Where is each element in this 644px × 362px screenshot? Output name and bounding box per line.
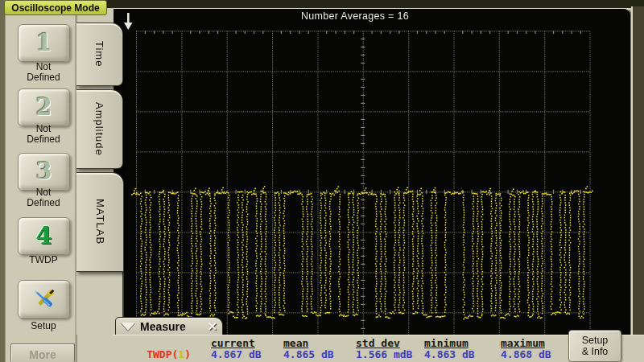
value-mean: 4.865 dB [283,348,334,360]
collapse-chevron-icon[interactable] [121,323,135,331]
function-1-number: 1 [35,31,52,55]
tab-amplitude-label: Amplitude [93,102,105,156]
setup-info-line2: & Info [582,346,609,357]
setup-info-line1: Setup [582,335,609,346]
left-bezel [0,0,6,362]
measure-tab-label: Measure [140,320,186,333]
more-button[interactable]: More [10,343,75,362]
function-1-label-text: Not Defined [19,62,68,83]
setup-label: Setup [2,321,85,331]
tools-icon [30,286,59,312]
function-2-number: 2 [35,96,52,119]
function-4-label: TWDP [2,255,85,265]
waveform-display [114,7,632,335]
function-1-label: Not Defined [2,62,85,83]
oscilloscope-screen: { "app": { "title": "Oscilloscope Mode" … [0,0,644,362]
function-button-1[interactable]: 1 [18,24,70,62]
averages-readout: Number Averages = 16 [114,10,597,22]
trigger-marker-arrow-icon[interactable] [122,12,134,31]
function-3-label: Not Defined [2,187,85,208]
measure-channel: 1 [178,348,184,360]
function-2-label-text: Not Defined [19,124,68,145]
function-button-3[interactable]: 3 [18,153,70,191]
measure-name-close: ) [184,348,191,360]
function-4-number: 4 [35,224,52,248]
column-header-mean: mean [283,337,308,349]
function-button-2[interactable]: 2 [18,88,70,126]
tab-matlab-label: MATLAB [94,199,106,245]
column-header-maximum: maximum [501,337,545,349]
function-button-4[interactable]: 4 [18,217,70,255]
setup-button[interactable] [18,280,70,319]
value-minimum: 4.863 dB [424,348,475,360]
top-bezel [103,0,644,8]
measure-name: TWDP( [147,348,178,360]
value-current: 4.867 dB [211,348,262,360]
measure-tab[interactable]: Measure ✕ [115,317,223,335]
setup-label-text: Setup [2,321,85,331]
close-icon[interactable]: ✕ [207,320,217,332]
value-std-dev: 1.566 mdB [356,348,412,360]
tab-time-label: Time [93,41,105,67]
column-header-current: current [211,337,255,349]
column-header-minimum: minimum [424,337,469,349]
tab-matlab[interactable]: MATLAB [76,172,124,272]
function-2-label: Not Defined [2,124,85,145]
more-button-label: More [29,348,56,361]
right-bezel [631,6,644,336]
measurement-row-label[interactable]: TWDP(1) [133,348,191,360]
function-3-label-text: Not Defined [19,187,68,208]
measure-panel: current mean std dev minimum maximum TWD… [113,335,644,362]
setup-info-button[interactable]: Setup & Info [568,330,621,362]
function-4-label-text: TWDP [2,255,85,265]
function-3-number: 3 [35,160,52,183]
value-maximum: 4.868 dB [501,348,551,360]
column-header-std-dev: std dev [356,337,400,349]
mode-title: Oscilloscope Mode [4,0,107,15]
